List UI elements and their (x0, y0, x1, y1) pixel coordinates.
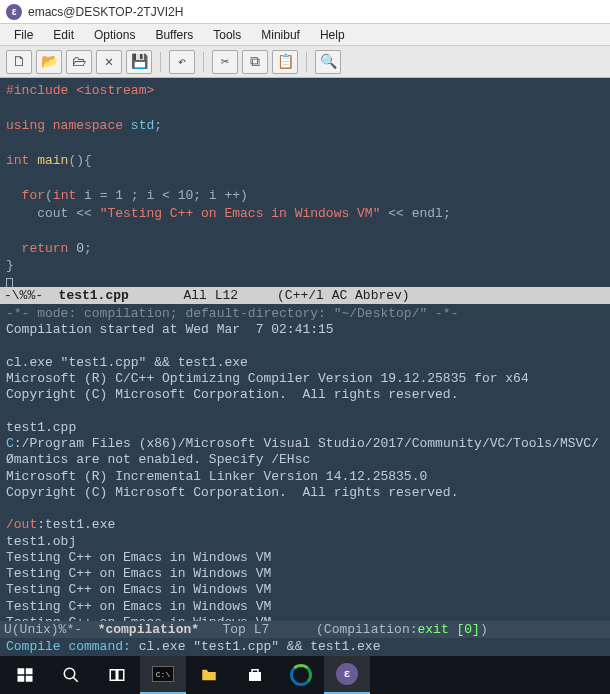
modeline-editor[interactable]: -\%%- test1.cpp All L12 (C++/l AC Abbrev… (0, 287, 610, 304)
copy-icon[interactable]: ⧉ (242, 50, 268, 74)
code-token: <iostream> (76, 83, 154, 98)
minibuffer[interactable]: Compile command: cl.exe "test1.cpp" && t… (0, 638, 610, 655)
code-token: main (37, 153, 68, 168)
modeline2-exit: exit [0] (417, 622, 479, 637)
comp-line: -*- mode: compilation; default-directory… (6, 306, 458, 321)
menubar: File Edit Options Buffers Tools Minibuf … (0, 24, 610, 46)
comp-line: Testing C++ on Emacs in Windows VM (6, 599, 271, 614)
comp-out-prefix: /out (6, 517, 37, 532)
code-token: (){ (68, 153, 91, 168)
save-icon[interactable]: 💾 (126, 50, 152, 74)
menu-buffers[interactable]: Buffers (145, 26, 203, 44)
svg-rect-1 (26, 668, 33, 674)
emacs-app-icon: ε (6, 4, 22, 20)
code-token: 0 (76, 241, 84, 256)
comp-line: cl.exe "test1.cpp" && test1.exe (6, 355, 248, 370)
cmd-icon: C:\ (152, 666, 174, 682)
code-token: i = 1 ; i < 10; i ++) (76, 188, 248, 203)
modeline-left: -\%%- (4, 288, 59, 303)
code-token: ; (84, 241, 92, 256)
toolbar-separator (306, 52, 307, 72)
comp-out: :test1.exe (37, 517, 115, 532)
modeline2-buffer-name: *compilation* (98, 622, 199, 637)
comp-line: Microsoft (R) C/C++ Optimizing Compiler … (6, 371, 529, 386)
comp-path: :/Program Files (x86)/Microsoft Visual S… (14, 436, 599, 451)
cut-icon[interactable]: ✂ (212, 50, 238, 74)
titlebar: ε emacs@DESKTOP-2TJVI2H (0, 0, 610, 24)
modeline-info: All L12 (C++/l AC Abbrev) (129, 288, 410, 303)
svg-line-5 (73, 677, 78, 682)
svg-rect-0 (18, 668, 25, 674)
modeline-buffer-name: test1.cpp (59, 288, 129, 303)
taskbar-search[interactable] (48, 656, 94, 694)
comp-path-prefix: C (6, 436, 14, 451)
editor-cursor (6, 278, 13, 287)
code-token: for (22, 188, 45, 203)
code-token: ; (154, 118, 162, 133)
paste-icon[interactable]: 📋 (272, 50, 298, 74)
menu-help[interactable]: Help (310, 26, 355, 44)
open-dir-icon[interactable]: 🗁 (66, 50, 92, 74)
comp-line: Microsoft (R) Incremental Linker Version… (6, 469, 427, 484)
menu-options[interactable]: Options (84, 26, 145, 44)
code-token: std (131, 118, 154, 133)
window-title: emacs@DESKTOP-2TJVI2H (28, 5, 183, 19)
modeline2-end: ) (480, 622, 488, 637)
comp-line: Testing C++ on Emacs in Windows VM (6, 582, 271, 597)
code-token: ( (45, 188, 53, 203)
minibuf-command: cl.exe "test1.cpp" && test1.exe (139, 639, 381, 654)
modeline-compilation[interactable]: U(Unix)%*- *compilation* Top L7 (Compila… (0, 621, 610, 638)
open-file-icon[interactable]: 📂 (36, 50, 62, 74)
taskbar-cmd[interactable]: C:\ (140, 656, 186, 694)
toolbar-separator (203, 52, 204, 72)
comp-line: Copyright (C) Microsoft Corporation. All… (6, 387, 458, 402)
code-token: int (53, 188, 76, 203)
undo-icon[interactable]: ↶ (169, 50, 195, 74)
emacs-icon: ε (336, 663, 358, 685)
editor-buffer[interactable]: #include <iostream> using namespace std;… (0, 78, 610, 287)
svg-point-4 (64, 668, 75, 679)
taskbar-taskview[interactable] (94, 656, 140, 694)
comp-line: test1.obj (6, 534, 76, 549)
new-file-icon[interactable]: 🗋 (6, 50, 32, 74)
taskbar-emacs[interactable]: ε (324, 656, 370, 694)
comp-line: Testing C++ on Emacs in Windows VM (6, 615, 271, 621)
taskbar-explorer[interactable] (186, 656, 232, 694)
svg-rect-3 (26, 676, 33, 682)
windows-logo-icon (16, 666, 34, 684)
search-icon[interactable]: 🔍 (315, 50, 341, 74)
compilation-buffer[interactable]: -*- mode: compilation; default-directory… (0, 304, 610, 621)
start-button[interactable] (2, 656, 48, 694)
search-icon (62, 666, 80, 684)
modeline2-left: U(Unix)%*- (4, 622, 98, 637)
minibuf-prompt: Compile command: (6, 639, 139, 654)
store-icon (246, 666, 264, 684)
menu-file[interactable]: File (4, 26, 43, 44)
taskbar-store[interactable] (232, 656, 278, 694)
code-token: return (22, 241, 77, 256)
svg-rect-2 (18, 676, 25, 682)
close-icon[interactable]: ✕ (96, 50, 122, 74)
code-token: cout << (6, 206, 100, 221)
comp-line: Copyright (C) Microsoft Corporation. All… (6, 485, 458, 500)
windows-taskbar: C:\ ε (0, 656, 610, 694)
modeline2-mid: Top L7 (Compilation: (199, 622, 417, 637)
taskbar-edge[interactable] (278, 656, 324, 694)
code-token: int (6, 153, 37, 168)
code-token: } (6, 258, 14, 273)
menu-minibuf[interactable]: Minibuf (251, 26, 310, 44)
code-token: using (6, 118, 53, 133)
menu-edit[interactable]: Edit (43, 26, 84, 44)
toolbar-separator (160, 52, 161, 72)
menu-tools[interactable]: Tools (203, 26, 251, 44)
comp-line: Testing C++ on Emacs in Windows VM (6, 566, 271, 581)
code-token: namespace (53, 118, 131, 133)
svg-rect-6 (110, 670, 116, 681)
edge-icon (290, 664, 312, 686)
folder-icon (200, 666, 218, 684)
code-token: "Testing C++ on Emacs in Windows VM" (100, 206, 381, 221)
svg-rect-7 (118, 670, 124, 681)
toolbar: 🗋 📂 🗁 ✕ 💾 ↶ ✂ ⧉ 📋 🔍 (0, 46, 610, 78)
comp-line: Compilation started at Wed Mar 7 02:41:1… (6, 322, 334, 337)
comp-line: Testing C++ on Emacs in Windows VM (6, 550, 271, 565)
